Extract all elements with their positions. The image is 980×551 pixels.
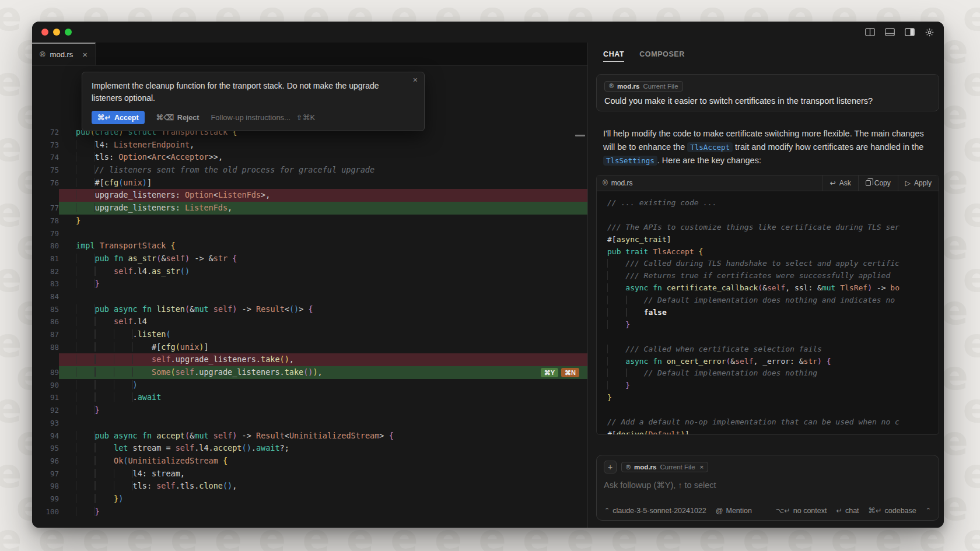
prompt-text: Implement the cleanup function for the t… <box>92 80 398 104</box>
panel-bottom-icon[interactable] <box>885 28 895 36</box>
line-number: 78 <box>32 215 59 227</box>
reject-shortcut: ⌘⌫ <box>156 113 174 122</box>
code-line: 89 Some(self.upgrade_listeners.take()),⌘… <box>32 366 587 379</box>
apply-button[interactable]: ▷ Apply <box>898 176 939 191</box>
apply-play-icon: ▷ <box>905 179 911 187</box>
code-line: 86 self.l4 <box>32 315 587 328</box>
code-line: 81 pub fn as_str(&self) -> &str { <box>32 252 587 265</box>
code-line-text: impl TransportStack { <box>59 240 587 252</box>
input-context-chip[interactable]: ® mod.rs Current File × <box>621 462 708 472</box>
code-line-text: pub fn as_str(&self) -> &str { <box>59 252 587 265</box>
code-block-header: ® mod.rs ↩ Ask Copy ▷ <box>597 176 939 191</box>
code-line: 95 let stream = self.l4.accept().await?; <box>32 442 587 455</box>
followup-instructions[interactable]: Follow-up instructions... ⇧⌘K <box>211 113 315 122</box>
context-file-chip[interactable]: ® mod.rs Current File <box>604 81 683 92</box>
add-context-button[interactable]: + <box>604 461 617 473</box>
tab-mod-rs[interactable]: ® mod.rs × <box>32 43 96 65</box>
reject-button[interactable]: ⌘⌫ Reject <box>156 113 200 122</box>
code-line: 80impl TransportStack { <box>32 240 587 252</box>
copy-icon <box>866 180 871 186</box>
panel-right-icon[interactable] <box>905 28 915 36</box>
code-line: 91 .await <box>32 391 587 404</box>
ask-reply-icon: ↩ <box>830 179 836 187</box>
assistant-message-text: I'll help modify the code to make certif… <box>603 127 930 168</box>
code-line-text: #[cfg(unix)] <box>59 177 587 189</box>
input-placeholder[interactable]: Ask followup (⌘Y), ↑ to select <box>604 480 932 490</box>
ask-button[interactable]: ↩ Ask <box>822 176 858 191</box>
code-line: 87 .listen( <box>32 328 587 341</box>
line-number: 89 <box>32 366 59 379</box>
code-line-text: // Default implementation does nothing a… <box>607 296 895 304</box>
line-number: 92 <box>32 404 59 417</box>
tab-chat[interactable]: CHAT <box>603 50 624 62</box>
code-line: 98 tls: self.tls.clone(), <box>32 480 587 493</box>
line-number: 81 <box>32 252 59 265</box>
mention-button[interactable]: @ Mention <box>716 507 752 515</box>
code-line-text: } <box>59 404 587 417</box>
chat-input[interactable]: + ® mod.rs Current File × Ask followup (… <box>596 455 939 521</box>
code-line-text: } <box>59 215 587 227</box>
code-line-text: pub trait TlsAccept { <box>607 247 703 256</box>
code-line-text: }) <box>59 493 587 506</box>
close-icon[interactable]: × <box>413 75 418 85</box>
code-line-text: /// Called during TLS handshake to selec… <box>607 259 900 268</box>
code-line-text: } <box>59 278 587 290</box>
diff-accept-badge[interactable]: ⌘Y <box>541 368 558 377</box>
user-message: ® mod.rs Current File Could you make it … <box>596 74 939 111</box>
code-line: false <box>607 307 939 319</box>
code-line: /// Called when certificate selection fa… <box>607 343 939 356</box>
code-line: /// The APIs to customize things like ce… <box>607 222 939 234</box>
code-line-text: Ok(UninitializedStream { <box>59 455 587 468</box>
code-line: 83 } <box>32 278 587 290</box>
code-line: 90 ) <box>32 379 587 392</box>
reject-label: Reject <box>177 114 200 122</box>
split-columns-icon[interactable] <box>865 28 875 36</box>
line-number: 83 <box>32 278 59 290</box>
diff-reject-badge[interactable]: ⌘N <box>561 368 579 377</box>
code-line-text: } <box>607 320 630 329</box>
code-line-text: #[cfg(unix)] <box>59 341 587 354</box>
model-selector[interactable]: ⌃ claude-3-5-sonnet-20241022 <box>604 507 706 515</box>
editor-scrollbar-handle[interactable] <box>575 135 585 136</box>
code-lines: 72pub(crate) struct TransportStack {73 l… <box>32 126 587 518</box>
code-line: 99 }) <box>32 493 587 506</box>
code-line: /// Called during TLS handshake to selec… <box>607 258 939 270</box>
code-area: × Implement the cleanup function for the… <box>32 66 587 528</box>
code-line-text: tls: self.tls.clone(), <box>59 480 587 493</box>
hint-no-context: ⌥↵no context <box>776 506 827 515</box>
editor-pane: ® mod.rs × × Implement the cleanup funct… <box>32 43 588 528</box>
line-number: 94 <box>32 430 59 443</box>
tab-composer[interactable]: COMPOSER <box>639 50 685 62</box>
user-message-text: Could you make it easier to switch certi… <box>604 96 931 106</box>
accept-button[interactable]: ⌘↵ Accept <box>92 111 145 124</box>
line-number: 95 <box>32 442 59 455</box>
tab-close-icon[interactable]: × <box>82 50 88 59</box>
zoom-window-button[interactable] <box>65 29 72 36</box>
line-number: 84 <box>32 290 59 303</box>
close-window-button[interactable] <box>41 29 48 36</box>
code-line: pub trait TlsAccept { <box>607 246 939 258</box>
rust-file-icon: ® <box>40 51 46 58</box>
code-line: 84 <box>32 290 587 303</box>
settings-gear-icon[interactable] <box>925 27 935 37</box>
code-block-file-label: ® mod.rs <box>603 179 633 187</box>
code-line-text: /// Called when certificate selection fa… <box>607 345 822 353</box>
hint-codebase[interactable]: ⌘↵codebase <box>869 506 916 515</box>
accept-label: Accept <box>114 114 139 122</box>
chevron-icon[interactable]: ⌃ <box>926 507 931 514</box>
tab-bar: ® mod.rs × <box>32 43 587 66</box>
code-line-text: } <box>607 393 612 402</box>
minimize-window-button[interactable] <box>53 29 60 36</box>
code-line-text: async fn certificate_callback(&self, ssl… <box>607 283 900 292</box>
code-line-text <box>59 290 587 303</box>
hint-chat: ↵chat <box>836 506 859 515</box>
line-number: 77 <box>32 202 59 215</box>
code-line: #[derive(Default)] <box>607 429 939 435</box>
copy-button[interactable]: Copy <box>858 176 898 191</box>
code-line: async fn certificate_callback(&self, ssl… <box>607 282 939 294</box>
remove-context-icon[interactable]: × <box>700 464 704 471</box>
code-line-text: // Add a default no-op implementation th… <box>607 417 900 426</box>
line-number: 96 <box>32 455 59 468</box>
code-line: 77 upgrade_listeners: ListenFds, <box>32 202 587 215</box>
line-number: 100 <box>32 506 59 518</box>
